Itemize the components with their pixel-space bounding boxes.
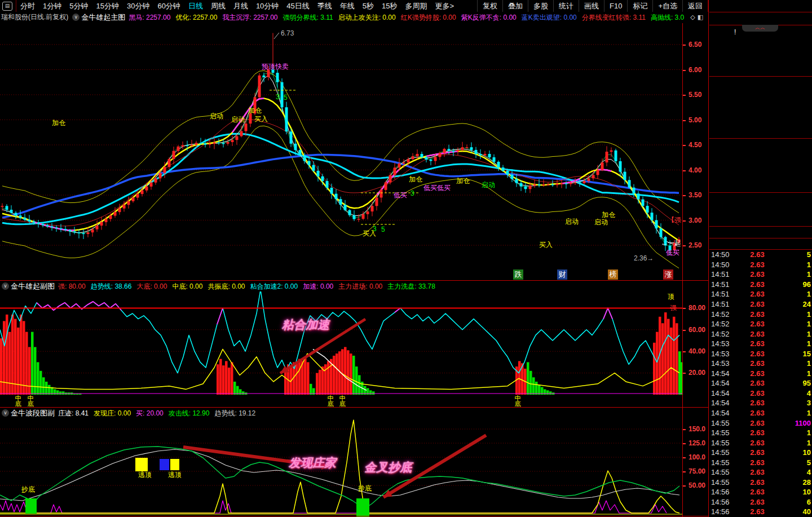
- main-chart-canvas[interactable]: 加仓启动启动加仓买入预顶快卖6.7335低买3加仓低买低买加仓启动买入35买入启…: [0, 23, 682, 280]
- tick-list[interactable]: 14:502.63514:502.63114:512.63114:512.639…: [709, 250, 812, 517]
- period-tab-2[interactable]: 5分钟: [65, 1, 92, 11]
- tick-row: 14:542.634: [709, 388, 812, 399]
- marker-badge: 榜: [608, 269, 618, 280]
- tick-time: 14:55: [709, 419, 737, 427]
- chevron-down-icon[interactable]: ∨: [2, 282, 9, 290]
- axis-label: 5.00: [689, 116, 701, 124]
- period-tab-11[interactable]: 季线: [314, 1, 336, 11]
- app-grid-icon[interactable]: ▤: [2, 2, 12, 11]
- main-indicator-title[interactable]: 金牛雄起主图: [81, 12, 125, 23]
- period-tab-6[interactable]: 日线: [184, 1, 207, 11]
- tick-price: 2.63: [737, 300, 778, 308]
- tick-row: 14:552.631: [709, 438, 812, 448]
- tick-price: 2.63: [737, 468, 778, 476]
- period-tab-0[interactable]: 分时: [16, 1, 39, 11]
- tick-volume: 40: [778, 507, 812, 516]
- period-tab-14[interactable]: 15秒: [378, 1, 401, 11]
- mid-indicator-title[interactable]: 金牛雄起副图: [11, 281, 55, 291]
- field-label: 强:: [58, 282, 69, 290]
- bottom-indicator-title[interactable]: 金牛波段图副: [11, 408, 55, 418]
- tick-volume: 5: [778, 250, 812, 259]
- tick-time: 14:55: [709, 448, 737, 457]
- period-tab-10[interactable]: 45日线: [283, 1, 313, 11]
- chevron-down-icon[interactable]: ∨: [2, 409, 9, 417]
- tick-row: 14:542.631: [709, 408, 812, 418]
- period-tab-4[interactable]: 30分钟: [123, 1, 153, 11]
- mid-chart-canvas[interactable]: 粘合加速顶强中底中底中底中底中底: [0, 291, 682, 407]
- tick-time: 14:56: [709, 498, 737, 506]
- tick-price: 2.63: [737, 428, 778, 437]
- period-tab-1[interactable]: 1分钟: [39, 1, 65, 11]
- period-tab-8[interactable]: 月线: [230, 1, 252, 11]
- toolbar-button-6[interactable]: 标记: [627, 0, 652, 12]
- quote-row: [709, 194, 812, 205]
- tick-row: 14:562.6340: [709, 507, 812, 517]
- quote-sidebar: ︿︿!14:502.63514:502.63114:512.63114:512.…: [709, 0, 812, 517]
- tick-row: 14:512.6324: [709, 299, 812, 310]
- field-label: 紫K反弹不贪:: [461, 14, 504, 21]
- tick-time: 14:55: [709, 458, 737, 467]
- period-tab-12[interactable]: 年线: [336, 1, 359, 11]
- tick-volume: 4: [778, 389, 812, 397]
- toolbar-button-1[interactable]: 叠加: [502, 0, 528, 12]
- quote-row: [709, 205, 812, 215]
- tick-price: 2.63: [737, 359, 778, 368]
- toolbar-button-5[interactable]: F10: [604, 0, 627, 12]
- toolbar-button-0[interactable]: 复权: [477, 0, 502, 12]
- period-tab-3[interactable]: 15分钟: [92, 1, 122, 11]
- axis-label: 4.50: [689, 141, 701, 149]
- toolbar-button-4[interactable]: 画线: [579, 0, 604, 12]
- tick-volume: 10: [778, 448, 812, 457]
- tick-row: 14:542.633: [709, 398, 812, 408]
- field-value: 38.66: [114, 282, 131, 290]
- field-label: 红K强势持股:: [401, 14, 443, 21]
- indicator-field: 黑马: 2257.00: [129, 14, 170, 21]
- period-tab-7[interactable]: 周线: [207, 1, 230, 11]
- tick-row: 14:552.6310: [709, 448, 812, 458]
- tick-row: 14:552.6328: [709, 478, 812, 488]
- fb-value: [737, 28, 811, 36]
- bottom-signal-label: 中底: [15, 395, 21, 406]
- chevron-down-icon[interactable]: ∨: [72, 14, 80, 21]
- tick-volume: 1: [778, 428, 812, 437]
- toolbar-button-2[interactable]: 多股: [528, 0, 553, 12]
- tick-price: 2.63: [737, 419, 778, 427]
- bottom-chart-canvas[interactable]: 抄底逃顶逃顶发现庄家金叉抄底抄底: [0, 418, 682, 517]
- field-value: 2257.00: [193, 14, 217, 21]
- tick-time: 14:51: [709, 270, 737, 279]
- field-value: 0.00: [443, 14, 456, 21]
- tick-time: 14:55: [709, 478, 737, 487]
- tick-volume: 1: [778, 369, 812, 378]
- period-tab-16[interactable]: 更多>: [431, 1, 458, 11]
- period-tab-5[interactable]: 60分钟: [153, 1, 184, 11]
- period-tab-13[interactable]: 5秒: [359, 1, 378, 11]
- field-value: 80.00: [69, 282, 86, 290]
- bottom-value-axis: 150.0125.0100.075.0050.00: [682, 418, 709, 517]
- field-label: 粘合加速2:: [250, 282, 285, 290]
- field-label: 黑马:: [129, 14, 146, 21]
- toolbar-button-3[interactable]: 统计: [553, 0, 579, 12]
- tick-row: 14:502.631: [709, 260, 812, 270]
- tick-time: 14:52: [709, 330, 737, 338]
- bottom-signal-label: 中底: [339, 395, 346, 406]
- period-tab-15[interactable]: 多周期: [401, 1, 431, 11]
- period-tab-9[interactable]: 10分钟: [252, 1, 283, 11]
- axis-label: 20.00: [689, 369, 705, 377]
- tick-row: 14:532.6315: [709, 348, 812, 359]
- panel-split-icon[interactable]: ◧: [698, 14, 703, 21]
- notice-banner[interactable]: [709, 227, 812, 237]
- tick-row: 14:552.631100: [709, 418, 812, 428]
- order-book-row: [709, 90, 812, 102]
- separator: [709, 12, 812, 12]
- separator: [709, 138, 812, 139]
- main-indicator-header: 瑞和股份(日线.前复权) ∨ 金牛雄起主图 黑马: 2257.00优化: 225…: [0, 12, 709, 23]
- tick-row: 14:532.631: [709, 339, 812, 349]
- toolbar-button-7[interactable]: +自选: [652, 0, 682, 12]
- field-value: 3.11: [320, 14, 333, 21]
- tick-volume: 24: [778, 300, 812, 308]
- indicator-field: 红K强势持股: 0.00: [401, 14, 456, 21]
- tick-time: 14:52: [709, 320, 737, 328]
- field-label: 优化:: [175, 14, 193, 21]
- field-label: 蓝K卖出观望:: [522, 14, 564, 21]
- toolbar-button-8[interactable]: 返回: [682, 0, 708, 12]
